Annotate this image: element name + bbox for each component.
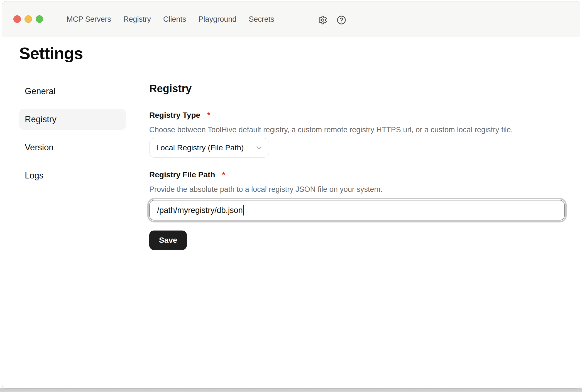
registry-type-description: Choose between ToolHive default registry… (149, 125, 565, 135)
page-title: Settings (19, 43, 580, 63)
sidebar-item-logs[interactable]: Logs (19, 165, 126, 186)
registry-file-path-value: /path/myregistry/db.json (157, 206, 243, 215)
settings-layout: General Registry Version Logs Registry R… (2, 81, 580, 250)
registry-file-path-description: Provide the absolute path to a local reg… (149, 184, 565, 194)
nav-item-playground[interactable]: Playground (199, 15, 237, 24)
section-title: Registry (149, 82, 565, 95)
nav-item-registry[interactable]: Registry (123, 15, 151, 24)
window-shadow (0, 388, 582, 392)
nav-item-mcp-servers[interactable]: MCP Servers (67, 15, 111, 24)
sidebar-item-version[interactable]: Version (19, 137, 126, 158)
minimize-button[interactable] (25, 15, 32, 23)
nav-item-secrets[interactable]: Secrets (249, 15, 274, 24)
help-icon (337, 15, 346, 25)
registry-file-path-label-text: Registry File Path (149, 170, 215, 180)
nav-item-clients[interactable]: Clients (163, 15, 186, 24)
help-button[interactable] (336, 15, 347, 25)
settings-button[interactable] (317, 15, 328, 25)
main-nav: MCP Servers Registry Clients Playground … (67, 1, 274, 37)
registry-settings-panel: Registry Registry Type * Choose between … (149, 81, 565, 250)
zoom-button[interactable] (36, 15, 43, 23)
titlebar: MCP Servers Registry Clients Playground … (2, 1, 580, 37)
topbar-divider (310, 9, 310, 30)
registry-file-path-input[interactable]: /path/myregistry/db.json (149, 200, 565, 220)
registry-file-path-label: Registry File Path * (149, 170, 565, 180)
close-button[interactable] (13, 15, 21, 23)
registry-type-select-value: Local Registry (File Path) (156, 143, 244, 152)
text-cursor (243, 205, 244, 215)
registry-type-label: Registry Type * (149, 110, 565, 120)
app-window: MCP Servers Registry Clients Playground … (2, 1, 580, 389)
registry-type-select[interactable]: Local Registry (File Path) (149, 138, 269, 158)
traffic-lights (13, 15, 43, 23)
registry-type-label-text: Registry Type (149, 110, 200, 120)
save-button[interactable]: Save (149, 231, 187, 250)
sidebar-item-registry[interactable]: Registry (19, 109, 126, 130)
settings-sidebar: General Registry Version Logs (19, 81, 126, 250)
chevron-down-icon (255, 144, 263, 152)
gear-icon (318, 15, 327, 25)
required-asterisk: * (222, 170, 225, 180)
sidebar-item-general[interactable]: General (19, 81, 126, 102)
required-asterisk: * (207, 110, 210, 120)
